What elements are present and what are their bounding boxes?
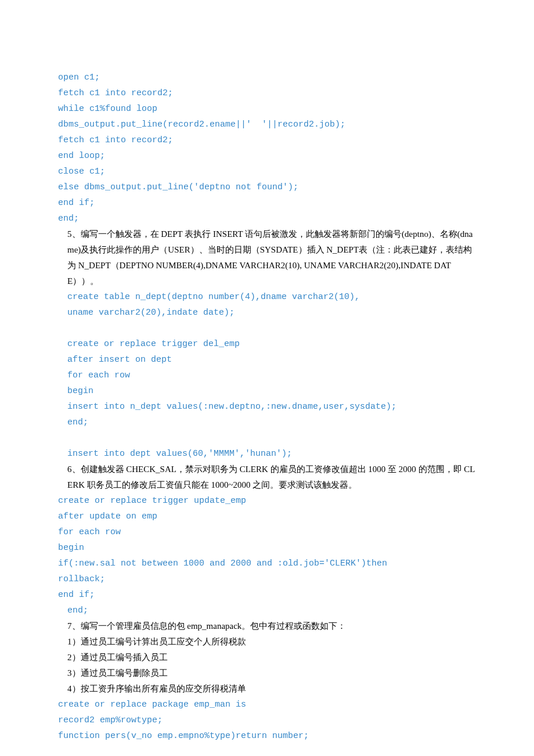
document-line: uname varchar2(20),indate date); [58, 305, 476, 321]
document-line: fetch c1 into record2; [58, 85, 476, 101]
document-line: function pers(v_no emp.empno%type)return… [58, 728, 476, 744]
document-line: for each row [58, 368, 476, 383]
document-line: 6、创建触发器 CHECK_SAL，禁示对职务为 CLERK 的雇员的工资修改值… [58, 462, 476, 493]
document-line: if(:new.sal not between 1000 and 2000 an… [58, 556, 476, 571]
document-line: fetch c1 into record2; [58, 132, 476, 148]
document-line: 7、编写一个管理雇员信息的包 emp_manapack。包中有过程或函数如下： [58, 618, 476, 634]
document-line: begin [58, 383, 476, 399]
document-line: 4）按工资升序输出所有雇员的应交所得税清单 [58, 681, 476, 697]
document-line: end; [58, 415, 476, 430]
document-line: close c1; [58, 164, 476, 179]
document-line: 1）通过员工编号计算出员工应交个人所得税款 [58, 634, 476, 650]
document-page: open c1;fetch c1 into record2;while c1%f… [0, 0, 534, 756]
document-line: insert into dept values(60,'MMMM','hunan… [58, 446, 476, 462]
document-line: end; [58, 211, 476, 226]
document-line: create or replace trigger del_emp [58, 336, 476, 352]
document-line: open c1; [58, 70, 476, 85]
document-line: after update on emp [58, 509, 476, 524]
document-line: after insert on dept [58, 352, 476, 368]
document-line [58, 321, 476, 336]
document-line: 5、编写一个触发器，在 DEPT 表执行 INSERT 语句后被激发，此触发器将… [58, 226, 476, 289]
document-line: begin [58, 540, 476, 556]
document-line: insert into n_dept values(:new.deptno,:n… [58, 399, 476, 415]
document-line: end if; [58, 587, 476, 603]
document-line: dbms_output.put_line(record2.ename||' '|… [58, 117, 476, 132]
document-line: create or replace package emp_man is [58, 697, 476, 712]
document-line: create table n_dept(deptno number(4),dna… [58, 289, 476, 305]
document-line: while c1%found loop [58, 101, 476, 117]
document-line: end if; [58, 195, 476, 211]
document-line: else dbms_output.put_line('deptno not fo… [58, 179, 476, 195]
document-line: 3）通过员工编号删除员工 [58, 665, 476, 681]
document-line: rollback; [58, 571, 476, 587]
document-line: create or replace trigger update_emp [58, 493, 476, 509]
document-line: for each row [58, 524, 476, 540]
document-line [58, 430, 476, 446]
document-line: end; [58, 603, 476, 618]
document-line: record2 emp%rowtype; [58, 712, 476, 728]
document-line: end loop; [58, 148, 476, 164]
document-line: 2）通过员工编号插入员工 [58, 650, 476, 665]
